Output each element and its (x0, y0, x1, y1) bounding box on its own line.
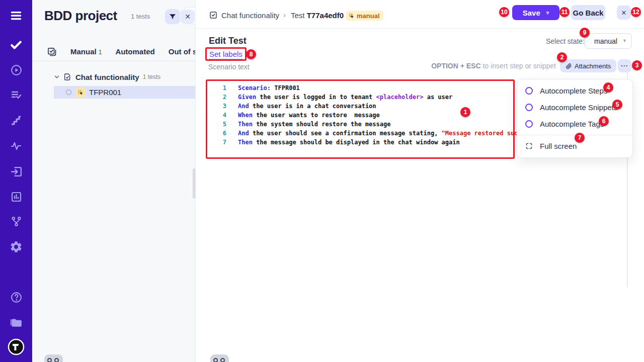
set-labels-link[interactable]: Set labels (209, 50, 243, 59)
breadcrumb-test: Test T77a4edf0 (291, 11, 344, 20)
menu-item-label: Autocomplete Steps (540, 86, 607, 95)
main-area: Chat functionality › Test T77a4edf0 manu… (196, 0, 644, 362)
line-number: 2 (208, 93, 226, 102)
filter-close-button[interactable]: ✕ (181, 10, 195, 24)
menu-item-autocomplete-tags[interactable]: Autocomplete Tags (517, 116, 632, 132)
select-all-icon[interactable] (47, 47, 57, 57)
tab-label: Manual (70, 47, 97, 56)
cursor-click-emoji-icon (348, 13, 355, 19)
runs-play-icon[interactable] (0, 61, 32, 79)
line-number: 7 (208, 138, 226, 147)
code-text: When the user wants to restore message (238, 111, 380, 120)
breadcrumb-suite-link[interactable]: Chat functionality (221, 11, 279, 20)
line-number: 6 (208, 129, 226, 138)
code-text: Then the message should be displayed in … (238, 138, 460, 147)
branches-git-icon[interactable] (0, 212, 32, 230)
menu-item-label: Autocomplete Tags (540, 120, 604, 128)
panel-tabs: Manual1AutomatedOut of sy (32, 42, 196, 61)
page-title: Edit Test (209, 36, 247, 46)
save-dropdown-caret-icon[interactable]: ▾ (546, 10, 549, 16)
line-number: 5 (208, 120, 226, 129)
import-login-icon[interactable] (0, 162, 32, 180)
go-back-button[interactable]: Go Back (571, 5, 605, 20)
test-id: T77a4edf0 (307, 11, 344, 20)
tab-label: Out of sy (169, 47, 196, 56)
paperclip-icon (566, 63, 572, 69)
tree-test-row-selected[interactable]: TFPR001 (54, 86, 196, 99)
state-selected-value: manual (594, 37, 617, 45)
help-icon[interactable] (0, 288, 32, 306)
suite-label[interactable]: Chat functionality (75, 73, 139, 81)
menu-divider (517, 135, 632, 135)
tab-label: Automated (115, 47, 154, 56)
breadcrumb-separator: › (283, 11, 286, 19)
app-window: BDD project 1 tests ✕ Manual1AutomatedOu… (0, 0, 644, 362)
menu-item-autocomplete-snippets[interactable]: Autocomplete Snippets (517, 99, 632, 116)
tests-panel: BDD project 1 tests ✕ Manual1AutomatedOu… (32, 0, 196, 362)
activity-pulse-icon[interactable] (0, 137, 32, 155)
analytics-chart-icon[interactable] (0, 188, 32, 206)
radio-icon (525, 87, 533, 95)
suite-document-icon (63, 73, 71, 81)
test-label[interactable]: TFPR001 (89, 88, 121, 97)
tab-manual[interactable]: Manual1 (70, 47, 102, 56)
chevron-down-icon[interactable] (53, 73, 60, 80)
cut-off-pill-main (210, 354, 229, 362)
select-caret-icon: ▼ (622, 38, 627, 43)
code-text: And the user is in a chat conversation (238, 102, 376, 111)
tab-count: 1 (99, 49, 102, 56)
editor-options-menu: Autocomplete StepsAutocomplete SnippetsA… (517, 79, 633, 158)
project-title: BDD project (44, 8, 117, 24)
steps-stairs-icon[interactable] (0, 112, 32, 130)
menu-item-label: Autocomplete Snippets (540, 103, 617, 112)
state-select-dropdown[interactable]: manual ▼ (585, 33, 632, 49)
breadcrumb-task-icon (209, 11, 218, 22)
select-state-label: Select state: (546, 37, 585, 45)
editor-shortcut-hint: OPTION + ESC to insert step or snippet (196, 62, 556, 70)
cut-off-pill-left (44, 354, 63, 362)
attachments-button[interactable]: Attachments (560, 59, 616, 72)
code-text: Scenario: TFPR001 (238, 83, 300, 93)
line-number: 4 (208, 111, 226, 120)
documentation-folder-icon[interactable] (0, 313, 32, 331)
code-text: Then the system should restore the messa… (238, 120, 390, 129)
manual-status-badge: manual (346, 11, 383, 21)
test-plans-icon[interactable] (0, 86, 32, 104)
settings-gear-icon[interactable] (0, 238, 32, 256)
line-number: 1 (208, 83, 226, 93)
tab-automated[interactable]: Automated (115, 47, 154, 56)
project-test-count: 1 tests (131, 13, 150, 20)
tab-out-of-sy[interactable]: Out of sy (169, 47, 196, 56)
suite-test-count: 1 tests (143, 73, 160, 80)
tests-check-icon[interactable] (0, 36, 32, 54)
profile-t-logo-avatar[interactable] (0, 338, 32, 356)
editor-more-options-button[interactable]: ··· (618, 59, 631, 72)
tree-suite-row[interactable]: Chat functionality 1 tests (32, 70, 196, 83)
line-number: 3 (208, 102, 226, 111)
menu-item-full-screen[interactable]: Full screen (517, 138, 632, 154)
fullscreen-icon (525, 142, 533, 150)
close-icon: ✕ (185, 13, 191, 21)
menu-item-autocomplete-steps[interactable]: Autocomplete Steps (517, 82, 632, 99)
filter-button[interactable] (165, 9, 180, 24)
radio-icon (525, 120, 533, 128)
radio-icon (525, 104, 533, 111)
manual-cursor-emoji-icon (76, 88, 85, 97)
filter-funnel-icon (169, 13, 177, 21)
save-button[interactable]: Save ▾ (512, 5, 559, 20)
test-radio-icon[interactable] (66, 89, 71, 95)
menu-item-label: Full screen (540, 142, 577, 150)
panel-scrollbar-thumb[interactable] (193, 168, 195, 199)
close-editor-button[interactable]: ✕ (617, 6, 631, 20)
hamburger-menu-icon[interactable] (0, 7, 32, 25)
sidebar-rail (0, 0, 32, 362)
code-text: And the user should see a confirmation m… (238, 129, 525, 138)
code-text: Given the user is logged in to tenant <p… (238, 93, 452, 102)
topbar: Chat functionality › Test T77a4edf0 manu… (196, 0, 644, 29)
